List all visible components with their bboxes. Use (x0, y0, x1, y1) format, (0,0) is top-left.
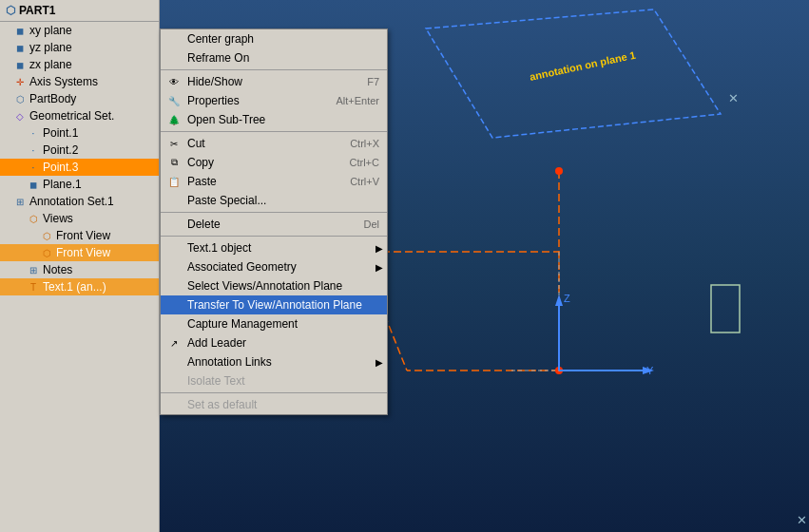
y-axis-label: Y (646, 365, 654, 376)
tree-label-views: Views (43, 212, 73, 225)
tree-icon-point2: · (27, 143, 40, 157)
leader-icon: ↗ (166, 335, 182, 351)
menu-item-annotation-links[interactable]: Annotation Links▶ (161, 352, 387, 371)
tree-item-text1[interactable]: T Text.1 (an...) (0, 278, 159, 295)
tree-icon-point1: · (27, 126, 40, 140)
axis-lines (511, 252, 559, 370)
tree-item-front-view2[interactable]: ⬡ Front View (0, 244, 159, 261)
tree-icon-zx-plane: ◼ (13, 58, 27, 71)
menu-label-transfer-to-view: Transfer To View/Annotation Plane (187, 298, 362, 312)
tree-item-annotation-set[interactable]: ⊞ Annotation Set.1 (0, 193, 159, 210)
tree-item-geometrical-set[interactable]: ◇ Geometrical Set. (0, 107, 159, 124)
menu-label-delete: Delete (187, 218, 221, 231)
tree-icon-xy-plane: ◼ (13, 24, 27, 37)
submenu-arrow-associated-geometry: ▶ (376, 262, 383, 273)
menu-separator-separator3 (161, 212, 387, 213)
tree-icon: 🌲 (166, 112, 182, 127)
tree-label-front-view2: Front View (56, 246, 110, 259)
copy-icon: ⧉ (166, 155, 182, 170)
tree-item-plane1[interactable]: ◼ Plane.1 (0, 176, 159, 193)
menu-item-select-views[interactable]: Select Views/Annotation Plane (161, 276, 387, 295)
tree-label-zx-plane: zx plane (29, 58, 72, 71)
tree-label-axis-systems: Axis Systems (29, 75, 98, 88)
tree-icon-notes: ⊞ (27, 263, 40, 276)
tree-item-point2[interactable]: · Point.2 (0, 142, 159, 159)
close-icon-bottom[interactable]: ✕ (797, 513, 807, 527)
menu-label-capture-management: Capture Management (187, 317, 298, 331)
paste-icon: 📋 (166, 174, 182, 189)
shortcut-delete: Del (363, 218, 379, 230)
menu-item-add-leader[interactable]: ↗Add Leader (161, 333, 387, 352)
tree-item-point3[interactable]: · Point.3 (0, 159, 159, 176)
menu-item-transfer-to-view[interactable]: Transfer To View/Annotation Plane (161, 295, 387, 314)
eye-icon: 👁 (166, 74, 182, 89)
menu-item-open-sub-tree[interactable]: 🌲Open Sub-Tree (161, 110, 387, 129)
menu-item-isolate-text: Isolate Text (161, 371, 387, 390)
annotation-label: annotation on plane 1 (529, 49, 637, 83)
tree-label-xy-plane: xy plane (29, 24, 72, 37)
tree-icon-axis-systems: ✛ (13, 75, 27, 88)
menu-item-delete[interactable]: DeleteDel (161, 215, 387, 234)
menu-item-cut[interactable]: ✂CutCtrl+X (161, 134, 387, 153)
tree-label-point3: Point.3 (43, 161, 78, 174)
menu-item-text1-object[interactable]: Text.1 object▶ (161, 238, 387, 257)
tree-header: ⬡ PART1 (0, 0, 159, 22)
tree-icon-front-view2: ⬡ (40, 246, 53, 259)
construction-lines (359, 171, 559, 370)
menu-label-add-leader: Add Leader (187, 336, 246, 350)
menu-item-hide-show[interactable]: 👁Hide/ShowF7 (161, 72, 387, 91)
context-menu: Center graphReframe On👁Hide/ShowF7🔧Prope… (160, 28, 388, 415)
menu-label-paste-special: Paste Special... (187, 194, 266, 207)
tree-icon-annotation-set: ⊞ (13, 195, 27, 208)
tree-icon-geometrical-set: ◇ (13, 109, 27, 123)
shortcut-cut: Ctrl+X (350, 138, 379, 149)
shortcut-copy: Ctrl+C (350, 157, 379, 168)
tree-item-point1[interactable]: · Point.1 (0, 124, 159, 142)
menu-item-reframe-on[interactable]: Reframe On (161, 48, 387, 67)
menu-item-capture-management[interactable]: Capture Management (161, 314, 387, 333)
z-axis-label: Z (564, 293, 570, 304)
small-rect (711, 285, 740, 332)
menu-label-hide-show: Hide/Show (187, 75, 242, 88)
tree-icon-yz-plane: ◼ (13, 41, 27, 54)
tree-label-geometrical-set: Geometrical Set. (29, 109, 114, 123)
shortcut-hide-show: F7 (367, 76, 379, 87)
tree-item-views[interactable]: ⬡ Views (0, 210, 159, 227)
tree-item-axis-systems[interactable]: ✛ Axis Systems (0, 73, 159, 90)
submenu-arrow-annotation-links: ▶ (376, 357, 383, 368)
tree-item-zx-plane[interactable]: ◼ zx plane (0, 56, 159, 73)
menu-label-properties: Properties (187, 94, 240, 107)
menu-item-properties[interactable]: 🔧PropertiesAlt+Enter (161, 91, 387, 110)
menu-item-paste[interactable]: 📋PasteCtrl+V (161, 172, 387, 191)
close-icon-top[interactable]: ✕ (728, 91, 739, 105)
tree-item-yz-plane[interactable]: ◼ yz plane (0, 39, 159, 56)
tree-item-part-body[interactable]: ⬡ PartBody (0, 90, 159, 107)
submenu-arrow-text1-object: ▶ (376, 243, 383, 254)
menu-separator-separator5 (161, 392, 387, 393)
tree-label-front-view1: Front View (56, 229, 110, 242)
menu-label-reframe-on: Reframe On (187, 51, 249, 65)
menu-item-center-graph[interactable]: Center graph (161, 29, 387, 48)
tree-label-text1: Text.1 (an...) (43, 280, 106, 294)
menu-item-paste-special[interactable]: Paste Special... (161, 191, 387, 210)
props-icon: 🔧 (166, 93, 182, 108)
tree-root-label: PART1 (19, 4, 55, 17)
tree-body: ◼ xy plane◼ yz plane◼ zx plane✛ Axis Sys… (0, 22, 159, 295)
menu-label-open-sub-tree: Open Sub-Tree (187, 113, 265, 126)
tree-label-yz-plane: yz plane (29, 41, 72, 54)
tree-item-xy-plane[interactable]: ◼ xy plane (0, 22, 159, 39)
menu-item-associated-geometry[interactable]: Associated Geometry▶ (161, 257, 387, 276)
tree-item-notes[interactable]: ⊞ Notes (0, 261, 159, 278)
menu-label-select-views: Select Views/Annotation Plane (187, 279, 342, 293)
tree-icon-text1: T (27, 280, 40, 294)
menu-label-set-as-default: Set as default (187, 398, 257, 411)
menu-item-copy[interactable]: ⧉CopyCtrl+C (161, 153, 387, 172)
point-marker-2 (555, 167, 563, 175)
tree-icon-part-body: ⬡ (13, 92, 27, 105)
tree-label-annotation-set: Annotation Set.1 (29, 195, 114, 208)
menu-item-set-as-default: Set as default (161, 395, 387, 414)
tree-label-notes: Notes (43, 263, 72, 276)
menu-label-center-graph: Center graph (187, 32, 254, 46)
tree-item-front-view1[interactable]: ⬡ Front View (0, 227, 159, 244)
menu-label-copy: Copy (187, 156, 214, 169)
